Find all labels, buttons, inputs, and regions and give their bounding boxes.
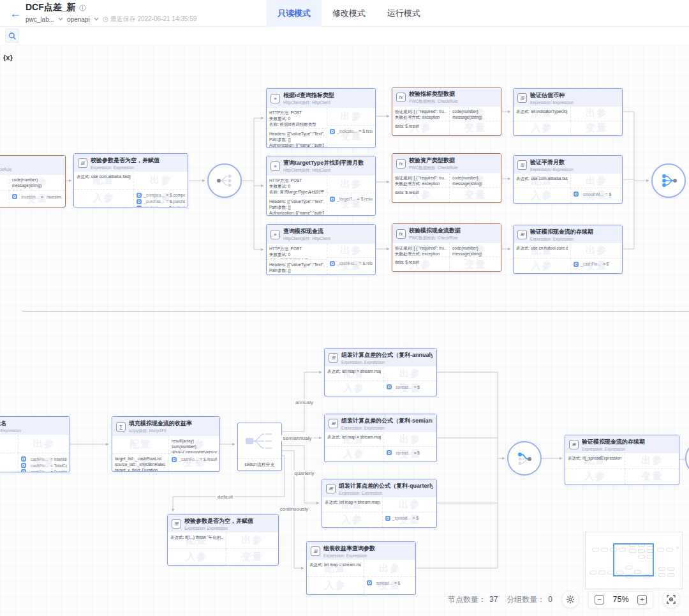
- join-circle-lower[interactable]: [507, 441, 542, 476]
- node-cell: 变量: [450, 188, 501, 202]
- zoom-in-button[interactable]: +: [637, 595, 647, 605]
- fork-circle-upper[interactable]: [207, 163, 242, 198]
- variables-button[interactable]: {x}: [3, 54, 13, 61]
- expr-check-params-upper[interactable]: ⊞校验参数是否为空，并赋值Expression: Expression配置表达式…: [73, 153, 188, 207]
- config-line: Path参数: []: [269, 204, 324, 210]
- expr-reset-fields-partial[interactable]: ⊞重置字段名Expression: Expression配置Rate =...出…: [0, 416, 70, 472]
- check-cashflow-data[interactable]: fx校验模拟现金流数据PWC数据校验: CheckRule配置验证规则: [ {…: [392, 223, 501, 272]
- node-titles: 组装计算点差的公式（复利-semiannualy）Expression: Exp…: [341, 417, 433, 430]
- scipy-icon: ∑: [116, 422, 126, 432]
- expr-check-params-lower[interactable]: ⊞校验参数是否为空，并赋值Expression: Expression配置表达式…: [167, 514, 279, 566]
- variable-chip: _cashFlo...= $: [574, 262, 619, 267]
- expr-formula-quarterly[interactable]: ⊞组装计算点差的公式（复利-quarterly）Expression: Expr…: [322, 479, 437, 528]
- node-titles: 组装收益率查询参数Expression: Expression: [323, 545, 375, 558]
- settings-button[interactable]: [561, 590, 579, 608]
- expr-validate-currency[interactable]: ⊞验证估值币种Expression: Expression配置表达式: let …: [513, 88, 623, 136]
- circle-partial-right[interactable]: [685, 441, 689, 476]
- node-titles: 组装计算点差的公式（复利-annualy）Expression: Express…: [341, 351, 433, 364]
- variable-chips: _investm...= _investm...: [12, 194, 63, 199]
- node-subtitle: Expression: Expression: [323, 553, 375, 558]
- variable-chip: _spread...= $: [367, 580, 413, 585]
- config-line: HTTP方法: POST: [269, 177, 324, 183]
- config-line: message(string): [452, 114, 498, 120]
- minimap-node: [667, 567, 674, 571]
- back-button[interactable]: ←: [8, 6, 23, 21]
- watermark-input: 入参: [74, 190, 133, 207]
- expr-validate-smooth-months[interactable]: ⊞验证平滑月数Expression: Expression配置表达式: use …: [513, 155, 623, 204]
- zoom-out-button[interactable]: −: [595, 595, 604, 605]
- watermark-config: 配置: [0, 175, 9, 190]
- http-query-cashflow[interactable]: ≡查询模拟现金流HttpClient插件: HttpClientHTTP方法: …: [266, 224, 376, 275]
- config-line: Headers: [{"valueType":"Text","n...: [269, 131, 324, 137]
- node-cell: 变量_spread...= $: [364, 577, 415, 594]
- http-query-indicator-type[interactable]: ≡根据id查询指标类型HttpClient插件: HttpClientHTTP方…: [266, 88, 376, 148]
- zoom-controls: − 75% +: [588, 591, 653, 608]
- tab-readonly-mode[interactable]: 只读模式: [267, 0, 322, 27]
- node-header: ⊞验证模拟现金流的存续期Expression: Expression: [514, 225, 622, 243]
- edge-label-quarterly: quarterly: [292, 470, 316, 476]
- node-cell: 入参: [565, 469, 625, 485]
- breadcrumb-project[interactable]: pwc_lab...: [26, 16, 54, 23]
- config-line: code(number): [12, 177, 63, 183]
- tab-run-mode[interactable]: 运行模式: [376, 0, 431, 27]
- node-header: ⊞验证模拟现金流的存续期Expression: Expression: [565, 435, 679, 453]
- node-titles: 根据id查询指标类型HttpClient插件: HttpClient: [283, 91, 334, 106]
- info-icon[interactable]: [79, 4, 86, 11]
- node-cell: 变量_cashFlo...= $: [571, 259, 622, 274]
- config-line: 表达式: use com.alibaba.fastjson...: [516, 176, 568, 181]
- config-line: 失败处理方式: exception: [395, 251, 447, 257]
- variable-icon: [330, 197, 335, 202]
- node-title: 重置字段名: [0, 419, 21, 428]
- node-cell: 变量: [571, 121, 622, 136]
- node-title: 验证模拟现金流的存续期: [582, 438, 645, 446]
- minimap-viewport[interactable]: [613, 543, 654, 576]
- checkrule-icon: fx: [396, 159, 406, 169]
- config-line: 名称: 根据id查询指标类型: [269, 121, 324, 127]
- search-button[interactable]: [5, 29, 19, 43]
- config-line: 失败重试: 0: [269, 116, 324, 121]
- expr-formula-annualy[interactable]: ⊞组装计算点差的公式（复利-annualy）Expression: Expres…: [324, 348, 437, 396]
- expr-validate-duration-upper[interactable]: ⊞验证模拟现金流的存续期Expression: Expression配置表达式:…: [513, 225, 623, 274]
- variable-chips: _compou...= $.compoun..._purchas...= $.p…: [137, 193, 185, 207]
- config-line: code(number): [452, 175, 498, 181]
- node-titles: 验证模拟现金流的存续期Expression: Expression: [530, 228, 593, 241]
- config-line: message(string): [452, 181, 498, 186]
- node-cell: 变量_spread...= $: [383, 513, 436, 528]
- expr-build-yield-query[interactable]: ⊞组装收益率查询参数Expression: Expression配置表达式: l…: [306, 541, 416, 595]
- minimap[interactable]: [585, 532, 683, 589]
- node-cell: 配置Rate =...: [0, 435, 19, 453]
- variable-icon: [21, 463, 26, 468]
- node-body: 配置表达式: let map = stream.map()...出参入参变量_s…: [307, 560, 415, 594]
- flow-canvas[interactable]: fx校验数据PWC数据校验: CheckRule配置出参code(number)…: [0, 45, 689, 616]
- check-asset-type-data[interactable]: fx校验资产类型数据PWC数据校验: CheckRule配置验证规则: [ { …: [392, 153, 501, 203]
- search-icon: [8, 32, 17, 40]
- scipy-fill-yield[interactable]: ∑填充模拟现金流的收益率scipy插值: interp1Fit配置出参resul…: [112, 416, 220, 472]
- check-indicator-type-data[interactable]: fx校验指标类型数据PWC数据校验: CheckRule配置验证规则: [ { …: [392, 87, 501, 136]
- check-node-partial-left[interactable]: fx校验数据PWC数据校验: CheckRule配置出参code(number)…: [0, 155, 66, 207]
- fit-view-button[interactable]: [662, 590, 680, 608]
- config-line: Headers: [{"valueType":"Text","n...: [269, 199, 324, 204]
- node-subtitle: Expression: Expression: [339, 491, 433, 495]
- config-line: target_x_field: Duration: [115, 467, 166, 471]
- node-header: fx校验数据PWC数据校验: CheckRule: [0, 156, 65, 175]
- node-cell: 出参: [384, 432, 436, 447]
- http-query-target-type[interactable]: ≡查询targetType并找到平滑月数HttpClient插件: HttpCl…: [266, 156, 376, 216]
- checkrule-icon: fx: [396, 93, 406, 102]
- watermark-input: 入参: [0, 191, 9, 207]
- checkrule-icon: fx: [396, 229, 406, 239]
- chip-value: = $.purchase...: [167, 199, 185, 204]
- fit-view-icon: [667, 595, 676, 604]
- join-circle-upper[interactable]: [651, 163, 686, 198]
- variable-chip: _indicato...= $.indicatorT...: [137, 206, 185, 207]
- node-cell: 出参code(number)message(string)data(array): [10, 175, 65, 191]
- node-header: fx校验指标类型数据PWC数据校验: CheckRule: [392, 87, 501, 107]
- node-title: 组装计算点差的公式（复利-semiannualy）: [341, 417, 433, 425]
- expr-validate-duration-lower[interactable]: ⊞验证模拟现金流的存续期Expression: Expression配置表达式:…: [565, 435, 679, 485]
- breadcrumb-api[interactable]: openapi: [67, 16, 90, 23]
- variable-icon: [137, 199, 142, 204]
- expr-formula-semiannualy[interactable]: ⊞组装计算点差的公式（复利-semiannualy）Expression: Ex…: [324, 414, 437, 462]
- tab-edit-mode[interactable]: 修改模式: [322, 0, 376, 27]
- node-cell: 配置: [112, 436, 169, 454]
- node-header: ⊞组装计算点差的公式（复利-annualy）Expression: Expres…: [325, 349, 436, 366]
- switch-branch[interactable]: switch流程分支: [237, 423, 282, 471]
